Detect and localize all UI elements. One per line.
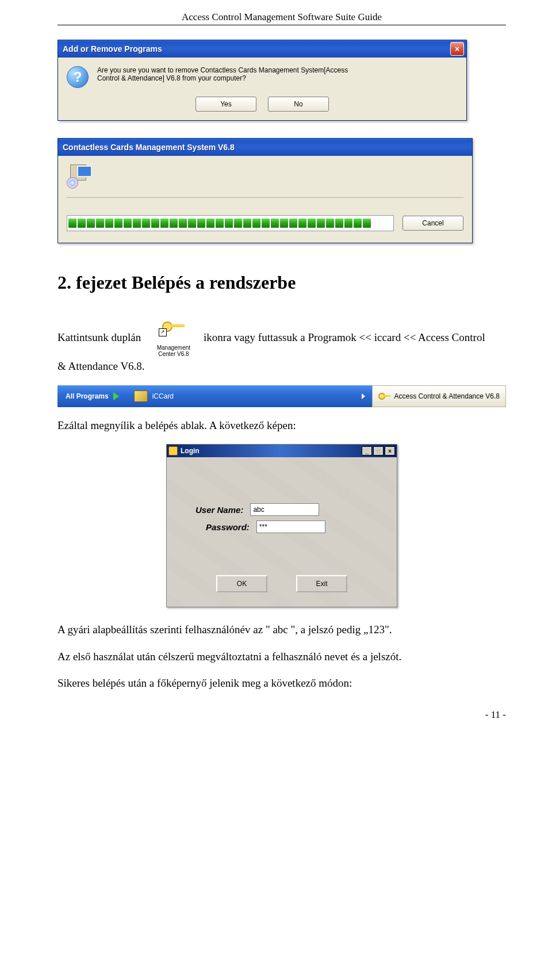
username-input[interactable] (250, 503, 319, 516)
paragraph-4: Az első használat után célszerű megválto… (57, 649, 506, 665)
minimize-button[interactable]: _ (362, 446, 372, 455)
dialog-titlebar: Contactless Cards Management System V6.8 (58, 139, 472, 156)
yes-button[interactable]: Yes (195, 97, 256, 112)
separator (67, 197, 463, 198)
close-icon[interactable]: × (450, 42, 464, 56)
ok-button[interactable]: OK (216, 575, 267, 592)
chapter-heading: 2. fejezet Belépés a rendszerbe (57, 272, 506, 293)
installer-icon (67, 164, 91, 189)
no-button[interactable]: No (268, 97, 329, 112)
paragraph-3: A gyári alapbeállítás szerinti felhaszná… (57, 622, 506, 638)
start-menu-path: All Programs iCCard Access Control & Att… (57, 385, 506, 407)
login-title: Login (181, 447, 359, 455)
menu-arrow-icon (362, 393, 365, 399)
access-control-menu-item[interactable]: Access Control & Attendance V6.8 (372, 385, 506, 407)
uninstall-progress-dialog: Contactless Cards Management System V6.8… (57, 138, 473, 243)
close-button[interactable]: × (385, 446, 395, 455)
dialog-title: Contactless Cards Management System V6.8 (63, 143, 470, 152)
page-number: - 11 - (57, 709, 506, 721)
paragraph-1: Kattintsunk duplán ↗ ManagementCenter V6… (57, 319, 506, 375)
login-app-icon (168, 446, 178, 455)
header-rule (57, 25, 506, 25)
iccard-icon (134, 391, 148, 402)
password-input[interactable] (256, 520, 325, 533)
progress-bar (67, 215, 394, 231)
cancel-button[interactable]: Cancel (402, 216, 463, 231)
password-label: Password: (206, 522, 250, 532)
key-icon (378, 393, 390, 400)
all-programs-item[interactable]: All Programs (57, 385, 127, 407)
login-titlebar: Login _ □ × (167, 445, 397, 457)
username-label: User Name: (195, 505, 243, 515)
menu-arrow-icon (113, 392, 119, 400)
login-window: Login _ □ × User Name: Password: OK (166, 444, 397, 607)
exit-button[interactable]: Exit (296, 575, 347, 592)
iccard-menu-item[interactable]: iCCard (127, 385, 372, 407)
paragraph-2: Ezáltal megnyílik a belépés ablak. A köv… (57, 418, 506, 434)
dialog-titlebar: Add or Remove Programs × (58, 40, 466, 58)
question-icon: ? (67, 66, 89, 88)
paragraph-5: Sikeres belépés után a főképernyő jeleni… (57, 675, 506, 692)
dialog-title: Add or Remove Programs (63, 44, 450, 53)
dialog-message: Are you sure you want to remove Contactl… (97, 66, 348, 82)
confirm-remove-dialog: Add or Remove Programs × ? Are you sure … (57, 40, 467, 121)
maximize-button: □ (373, 446, 384, 455)
management-center-icon: ↗ ManagementCenter V6.8 (145, 319, 202, 358)
page-header: Access Control Management Software Suite… (57, 12, 506, 23)
